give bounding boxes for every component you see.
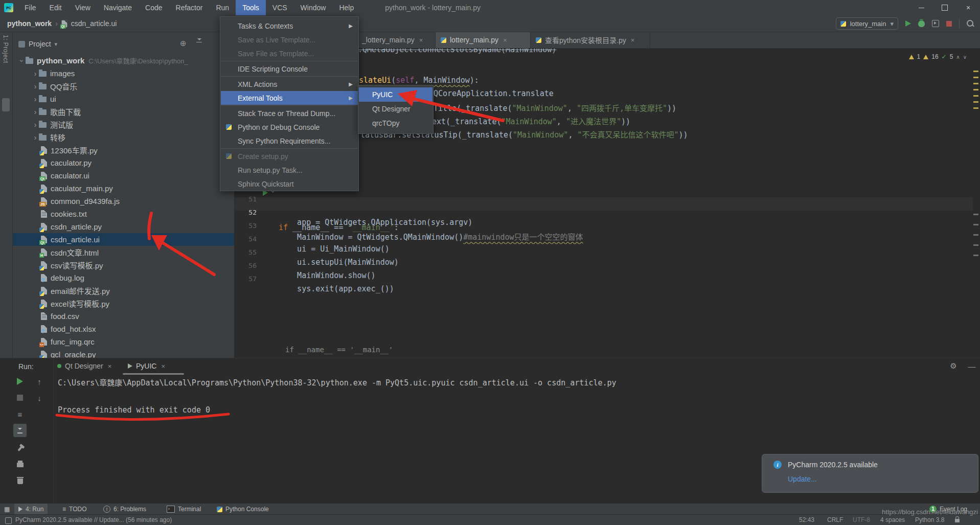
menu-item-stack-trace[interactable]: Stack Trace or Thread Dump... (221, 106, 358, 120)
tree-item-folder[interactable]: ›QQ音乐 (12, 80, 234, 93)
breadcrumb-scope[interactable]: if __name__ == '__main__' (285, 346, 393, 354)
menu-run[interactable]: Run (209, 0, 236, 15)
tree-item-file[interactable]: caculator.ui (12, 169, 234, 182)
pin-icon[interactable] (15, 444, 25, 453)
hide-panel-icon[interactable]: — (967, 361, 976, 371)
print-icon[interactable] (15, 460, 25, 469)
tree-item-folder[interactable]: ›转移 (12, 131, 234, 144)
window-switcher-icon[interactable]: ▦ (4, 504, 10, 515)
interpreter-indicator[interactable]: Python 3.8 (915, 516, 944, 523)
scroll-to-end-button[interactable] (13, 424, 27, 437)
bookmark-icon[interactable] (2, 98, 10, 111)
run-tab-qt-designer[interactable]: Qt Designer × (57, 359, 111, 373)
tree-item-file[interactable]: caculator.py (12, 156, 234, 169)
tree-item-file[interactable]: csv读写模板.py (12, 259, 234, 271)
chevron-right-icon[interactable]: › (32, 121, 39, 129)
coverage-button[interactable] (932, 20, 939, 27)
menu-item-run-setup-task[interactable]: Run setup.py Task... (221, 163, 358, 177)
collapse-all-icon[interactable] (196, 39, 202, 45)
breadcrumb-file[interactable]: csdn_article.ui (71, 19, 117, 28)
chevron-up-icon[interactable]: ∧ (956, 54, 960, 60)
breadcrumb-project[interactable]: python_work (7, 19, 52, 28)
debug-button[interactable] (918, 20, 925, 27)
tree-item-file[interactable]: email邮件发送.py (12, 284, 234, 297)
menu-item-tasks-contexts[interactable]: Tasks & Contexts▶ (221, 19, 358, 33)
menu-item-sphinx-quickstart[interactable]: Sphinx Quickstart (221, 177, 358, 191)
menu-refactor[interactable]: Refactor (169, 0, 210, 15)
editor-tab[interactable]: 查看python安装根目录.py × (531, 32, 650, 48)
notification-balloon[interactable]: i PyCharm 2020.2.5 available Update... (762, 454, 978, 493)
menu-item-python-debug-console[interactable]: Python or Debug Console (221, 120, 358, 134)
tree-item-file[interactable]: caculator_main.py (12, 182, 234, 195)
stop-button-disabled[interactable] (15, 393, 25, 402)
locate-file-icon[interactable]: ⊕ (180, 39, 187, 48)
tab-close-icon[interactable]: × (161, 362, 165, 370)
toolwindow-problems-button[interactable]: ! 6: Problems (103, 504, 146, 515)
menu-vcs[interactable]: VCS (266, 0, 294, 15)
tree-item-file[interactable]: food.csv (12, 310, 234, 323)
menu-tools[interactable]: Tools (236, 0, 266, 15)
chevron-right-icon[interactable]: › (32, 70, 39, 78)
menu-view[interactable]: View (69, 0, 97, 15)
tab-close-icon[interactable]: × (108, 362, 112, 370)
soft-wrap-icon[interactable]: ≡ (15, 409, 25, 419)
update-link[interactable]: Update... (788, 475, 817, 483)
menu-item-external-tools[interactable]: External Tools▶ (221, 91, 358, 105)
tab-close-icon[interactable]: × (503, 36, 507, 44)
maximize-button[interactable] (933, 0, 956, 15)
search-icon[interactable] (967, 20, 974, 27)
toolwindow-todo-button[interactable]: ≡ TODO (62, 504, 86, 515)
menu-item-ide-scripting-console[interactable]: IDE Scripting Console (221, 62, 358, 76)
project-panel-header[interactable]: Project ▾ (18, 40, 57, 48)
run-config-selector[interactable]: lottery_main ▾ (836, 17, 898, 30)
toolwindow-terminal-button[interactable]: › Terminal (167, 504, 201, 515)
editor-tab[interactable]: _lottery_main.py × (348, 32, 436, 48)
chevron-right-icon[interactable]: › (32, 108, 39, 116)
tree-item-file[interactable]: 12306车票.py (12, 144, 234, 156)
menu-code[interactable]: Code (139, 0, 169, 15)
tree-item-file[interactable]: gcl_oracle.py (12, 348, 234, 358)
tree-item-file[interactable]: cookies.txt (12, 208, 234, 220)
tab-close-icon[interactable]: × (631, 36, 635, 44)
inspection-widget[interactable]: 1 16 ✓ 5 ∧ ∨ (909, 53, 967, 60)
tree-item-file[interactable]: debug.log (12, 271, 234, 284)
toolwindow-run-button[interactable]: 4: Run (14, 504, 48, 515)
toolwindow-python-console-button[interactable]: Python Console (217, 504, 269, 515)
run-button[interactable] (905, 20, 911, 27)
status-message[interactable]: PyCharm 2020.2.5 available // Update... … (15, 516, 172, 523)
chevron-expanded-icon[interactable]: › (18, 57, 26, 64)
indent-indicator[interactable]: 4 spaces (880, 516, 905, 523)
submenu-item-pyuic[interactable]: PyUIC (359, 87, 432, 102)
lock-icon[interactable] (955, 519, 960, 522)
tree-item-file[interactable]: csdn_article.py (12, 220, 234, 233)
tree-item-file[interactable]: func_img.qrc (12, 335, 234, 348)
menu-item-sync-requirements[interactable]: Sync Python Requirements... (221, 134, 358, 148)
line-ending-indicator[interactable]: CRLF (827, 516, 843, 523)
tab-close-icon[interactable]: × (419, 36, 423, 44)
tree-item-file-selected[interactable]: csdn_article.ui (12, 233, 234, 246)
chevron-down-icon[interactable]: ∨ (963, 54, 967, 60)
submenu-item-qrctopy[interactable]: qrcTOpy (359, 116, 432, 130)
rerun-button[interactable] (15, 377, 25, 386)
editor-tab-selected[interactable]: lottery_main.py × (436, 32, 531, 48)
minimize-button[interactable] (909, 0, 933, 15)
stop-button[interactable] (946, 21, 952, 27)
run-tab-pyuic-selected[interactable]: PyUIC × (128, 359, 165, 373)
tree-item-file[interactable]: excel读写模板.py (12, 297, 234, 310)
status-icon[interactable] (5, 517, 12, 524)
tree-item-file[interactable]: common_d9439fa.js (12, 195, 234, 208)
encoding-indicator[interactable]: UTF-8 (853, 516, 870, 523)
tree-item-file[interactable]: food_hot.xlsx (12, 323, 234, 335)
close-button[interactable]: × (956, 0, 980, 15)
tree-item-file[interactable]: csdn文章.html (12, 246, 234, 259)
down-stack-icon[interactable]: ↓ (35, 393, 44, 402)
up-stack-icon[interactable]: ↑ (35, 377, 44, 386)
tree-item-folder[interactable]: ›images (12, 67, 234, 80)
tree-item-folder[interactable]: ›ui (12, 93, 234, 105)
chevron-right-icon[interactable]: › (32, 82, 39, 90)
gear-icon[interactable]: ⚙ (949, 361, 958, 371)
toolwindow-project-button[interactable]: 1: Project (2, 35, 9, 63)
menu-item-xml-actions[interactable]: XML Actions▶ (221, 77, 358, 91)
clear-console-icon[interactable] (15, 476, 25, 485)
chevron-right-icon[interactable]: › (32, 133, 39, 142)
